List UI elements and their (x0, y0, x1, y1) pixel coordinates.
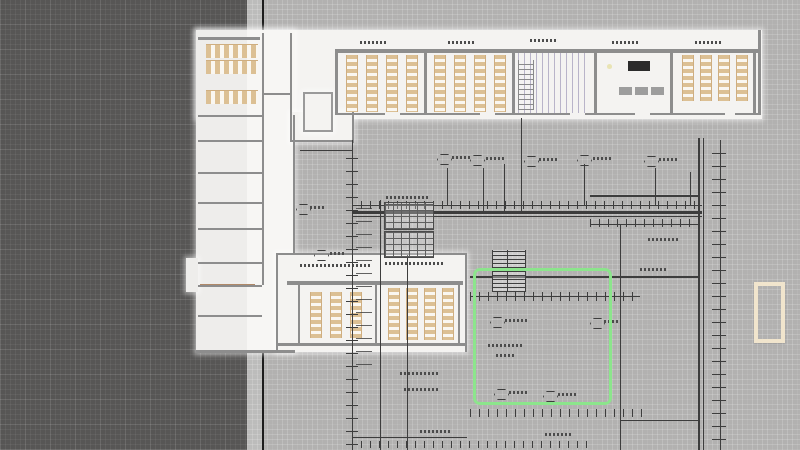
room-label-marks (695, 41, 721, 44)
leader-line (690, 172, 691, 205)
dim-ticks-h (590, 219, 700, 227)
leader-line (483, 168, 484, 212)
stair-landing-room (303, 92, 333, 132)
wall (198, 262, 262, 264)
table-gray (635, 87, 648, 95)
room-label-marks (530, 39, 556, 42)
desk-column (442, 288, 454, 340)
light-dot (607, 64, 612, 69)
wall (424, 49, 427, 115)
table-gray (619, 87, 632, 95)
wall (735, 113, 758, 115)
wall-line-v (703, 138, 704, 450)
marker-label-marks (310, 206, 326, 209)
leader-line (584, 164, 585, 206)
dim-ticks-h (470, 409, 650, 417)
cad-canvas[interactable] (0, 0, 800, 450)
wall (512, 49, 515, 115)
wall (198, 140, 262, 142)
wall (335, 49, 338, 115)
dim-line-h (352, 437, 467, 438)
wall (753, 49, 756, 115)
wall (458, 281, 460, 343)
wall (198, 202, 262, 204)
blackboard (628, 61, 650, 71)
annotation-text-marks (404, 388, 438, 391)
desk-row (206, 44, 258, 58)
annotation-text-marks (400, 372, 440, 375)
stairs-icon (518, 60, 534, 110)
table-title-marks (386, 196, 428, 199)
marker-label-marks (659, 158, 679, 161)
wall (198, 285, 262, 287)
annotation-text-marks (640, 268, 668, 271)
wall (650, 113, 725, 115)
marker-label-marks (593, 157, 611, 160)
annotation-text-marks (648, 238, 678, 241)
threshold-line (200, 284, 255, 285)
marker-label-marks (330, 252, 344, 255)
desk-column (494, 55, 506, 112)
dimension-table (384, 231, 434, 258)
wall-line-h (590, 224, 700, 225)
dim-line-h (300, 150, 352, 151)
leader-line (655, 168, 656, 205)
wall (198, 115, 262, 117)
wall (198, 228, 262, 230)
desk-column (406, 55, 418, 112)
annotation-text-marks (420, 430, 450, 433)
annotation-text-marks (385, 262, 445, 265)
desk-column (718, 55, 730, 101)
leader-line (447, 168, 448, 205)
wall (758, 30, 761, 115)
desk-column (682, 55, 694, 101)
wall-line-h (590, 195, 700, 197)
wall (594, 49, 597, 115)
wall (400, 113, 480, 115)
room-label-marks (448, 41, 474, 44)
highlight-rect[interactable] (754, 282, 785, 343)
marker-label-marks (486, 157, 504, 160)
dimension-table (384, 202, 434, 230)
desk-column (424, 288, 436, 340)
wall (290, 33, 292, 140)
wall (293, 115, 295, 255)
bracket-marks (356, 205, 372, 365)
desk-column (700, 55, 712, 101)
desk-column (346, 55, 358, 112)
desk-column (454, 55, 466, 112)
marker-label-marks (452, 156, 472, 159)
selection-highlight-rect[interactable] (473, 268, 612, 405)
wall (335, 113, 385, 115)
wall (198, 315, 262, 317)
wall (276, 253, 278, 352)
desk-column (474, 55, 486, 112)
desk-column (736, 55, 748, 101)
dim-ticks-v (712, 150, 726, 440)
grid-line-v (521, 118, 522, 214)
table-gray (651, 87, 664, 95)
desk-column (310, 292, 322, 338)
wall (585, 113, 635, 115)
desk-column (388, 288, 400, 340)
room-label-marks (612, 41, 638, 44)
desk-column (434, 55, 446, 112)
grid-line-v (380, 200, 381, 450)
wall (495, 113, 570, 115)
leader-line (504, 164, 505, 212)
wall (352, 112, 354, 143)
wall (198, 172, 262, 174)
desk-column (330, 292, 342, 338)
room-label-marks (360, 41, 386, 44)
wall (262, 33, 264, 115)
desk-row (206, 90, 258, 104)
dim-ticks-h (352, 441, 592, 448)
grid-line-v (407, 255, 408, 450)
wall (298, 281, 300, 343)
wall (196, 350, 295, 353)
wall-line-v (698, 138, 700, 450)
dim-line-h (620, 420, 700, 421)
wall-corridor (262, 115, 264, 285)
wall (465, 253, 467, 352)
desk-column (386, 55, 398, 112)
